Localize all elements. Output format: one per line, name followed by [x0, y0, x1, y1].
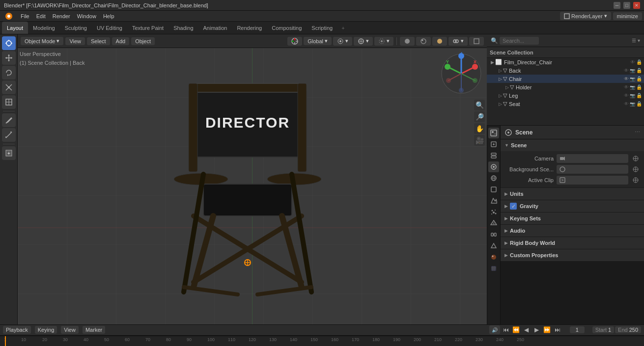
annotate-tool[interactable]	[2, 113, 16, 127]
camera-picker[interactable]	[631, 154, 640, 163]
bg-scene-value[interactable]	[557, 165, 628, 174]
scene-props-icon[interactable]	[488, 161, 499, 172]
menu-blender[interactable]	[2, 11, 17, 21]
menu-edit[interactable]: Edit	[33, 12, 49, 20]
restrict-icon-2[interactable]: 🔒	[636, 76, 642, 81]
output-props-icon[interactable]	[488, 139, 499, 150]
gravity-checkbox[interactable]: ✓	[510, 203, 517, 210]
collection-leg[interactable]: ▷ ▽ Leg 👁 📷 🔒	[487, 91, 644, 100]
props-rigid-body-header[interactable]: ▶ Rigid Body World	[501, 237, 644, 249]
outliner-search-input[interactable]	[500, 37, 539, 45]
workspace-tab-layout[interactable]: Layout	[2, 22, 28, 34]
restrict-icon-0[interactable]: 🔒	[636, 59, 642, 65]
viewport-gizmo-toggle[interactable]	[287, 37, 302, 46]
render-icon-3[interactable]: 📷	[630, 85, 635, 90]
maximize-button[interactable]: □	[623, 2, 630, 9]
data-props-icon[interactable]	[488, 240, 499, 251]
menu-help[interactable]: Help	[100, 12, 117, 20]
restrict-icon-4[interactable]: 🔒	[636, 93, 642, 98]
end-frame-control[interactable]: End 250	[615, 326, 641, 333]
collection-film-director-chair[interactable]: ▶ ⬜ Film_Director_Chair 👁 🔒	[487, 58, 644, 66]
viewport-shading-rendered[interactable]	[432, 37, 447, 46]
rotate-tool[interactable]	[2, 66, 16, 80]
scene-selector[interactable]: minimize	[613, 12, 642, 20]
visibility-icon-3[interactable]: 👁	[624, 84, 629, 90]
view-menu[interactable]: View	[65, 37, 85, 45]
add-workspace-button[interactable]: +	[337, 22, 348, 34]
viewport-overlays[interactable]: ▾	[448, 37, 468, 46]
object-menu[interactable]: Object	[131, 37, 155, 45]
workspace-tab-modeling[interactable]: Modeling	[28, 22, 60, 34]
minimize-button[interactable]: ─	[614, 2, 620, 9]
bg-scene-picker[interactable]	[631, 165, 640, 174]
render-icon-4[interactable]: 📷	[630, 93, 635, 98]
restrict-icon-5[interactable]: 🔒	[636, 101, 642, 106]
menu-window[interactable]: Window	[74, 12, 99, 20]
xray-toggle[interactable]	[469, 37, 484, 46]
play-reverse-button[interactable]: ◀	[522, 325, 531, 334]
keying-menu[interactable]: Keying	[35, 326, 57, 334]
collection-back[interactable]: ▷ ▽ Back 👁 📷 🔒	[487, 66, 644, 75]
add-object-tool[interactable]: +	[2, 146, 16, 160]
menu-render[interactable]: Render	[50, 12, 73, 20]
close-button[interactable]: ✕	[633, 2, 640, 9]
zoom-in-button[interactable]: 🔍	[474, 100, 485, 110]
snap-toggle[interactable]: ▾	[354, 37, 373, 46]
viewport[interactable]: Object Mode ▾ View Select Add Object Glo…	[18, 34, 487, 324]
view-layer-props-icon[interactable]	[488, 150, 499, 161]
constraints-props-icon[interactable]	[488, 229, 499, 240]
workspace-tab-rendering[interactable]: Rendering	[232, 22, 267, 34]
visibility-icon-0[interactable]: 👁	[630, 59, 635, 65]
add-menu[interactable]: Add	[112, 37, 130, 45]
zoom-out-button[interactable]: 🔎	[474, 111, 485, 122]
render-icon-2[interactable]: 📷	[630, 77, 635, 81]
workspace-tab-texturepaint[interactable]: Texture Paint	[127, 22, 168, 34]
props-scene-header[interactable]: ▼ Scene	[501, 139, 644, 151]
menu-file[interactable]: File	[18, 12, 32, 20]
timeline-bar[interactable]: 1 10 20 30 40 50 60 70 80 90 100 110 120…	[0, 336, 644, 346]
outliner-search-icon[interactable]: 🔍	[491, 37, 498, 44]
measure-tool[interactable]	[2, 128, 16, 142]
props-custom-props-header[interactable]: ▶ Custom Properties	[501, 249, 644, 261]
jump-end-button[interactable]: ⏭	[553, 325, 562, 334]
render-icon-5[interactable]: 📷	[630, 102, 635, 106]
object-mode-dropdown[interactable]: Object Mode ▾	[21, 37, 63, 45]
cursor-tool[interactable]	[2, 36, 16, 50]
world-props-icon[interactable]	[488, 173, 499, 184]
active-clip-value[interactable]	[557, 176, 628, 185]
render-props-icon[interactable]	[488, 128, 499, 138]
outliner-filter-options[interactable]: ☰ ▾	[542, 38, 640, 43]
render-engine-selector[interactable]: RenderLayer ▾	[560, 12, 611, 20]
object-props-icon[interactable]	[488, 184, 499, 195]
navigation-gizmo[interactable]: X Y Z	[440, 52, 483, 95]
props-audio-header[interactable]: ▶ Audio	[501, 225, 644, 237]
workspace-tab-uvediting[interactable]: UV Editing	[92, 22, 127, 34]
move-tool[interactable]	[2, 51, 16, 65]
timeline-view-menu[interactable]: View	[61, 326, 79, 334]
canvas-area[interactable]: DIRECTOR	[18, 48, 487, 324]
proportional-editing[interactable]: ▾	[374, 37, 393, 46]
props-units-header[interactable]: ▶ Units	[501, 188, 644, 200]
workspace-tab-sculpting[interactable]: Sculpting	[60, 22, 92, 34]
restrict-icon-1[interactable]: 🔒	[636, 68, 642, 73]
viewport-shading-material[interactable]	[416, 37, 431, 46]
marker-menu[interactable]: Marker	[83, 326, 105, 334]
playback-menu[interactable]: Playback	[3, 326, 31, 334]
audio-sync-toggle[interactable]: 🔊	[489, 325, 500, 334]
step-forward-button[interactable]: ⏩	[543, 325, 552, 334]
texture-props-icon[interactable]	[488, 263, 499, 274]
start-frame-control[interactable]: Start 1	[592, 326, 614, 333]
current-frame[interactable]: 1	[570, 326, 585, 333]
props-gravity-header[interactable]: ▶ ✓ Gravity	[501, 200, 644, 212]
physics-props-icon[interactable]	[488, 218, 499, 229]
workspace-tab-scripting[interactable]: Scripting	[307, 22, 337, 34]
select-menu[interactable]: Select	[87, 37, 110, 45]
collection-chair[interactable]: ▷ ▽ Chair 👁 📷 🔒	[487, 75, 644, 83]
props-keying-header[interactable]: ▶ Keying Sets	[501, 213, 644, 224]
restrict-icon-3[interactable]: 🔒	[636, 84, 642, 90]
play-button[interactable]: ▶	[532, 325, 541, 334]
visibility-icon-2[interactable]: 👁	[624, 76, 629, 81]
render-icon-1[interactable]: 📷	[630, 68, 635, 73]
pivot-dropdown[interactable]: ▾	[333, 37, 352, 46]
material-props-icon[interactable]	[488, 252, 499, 263]
